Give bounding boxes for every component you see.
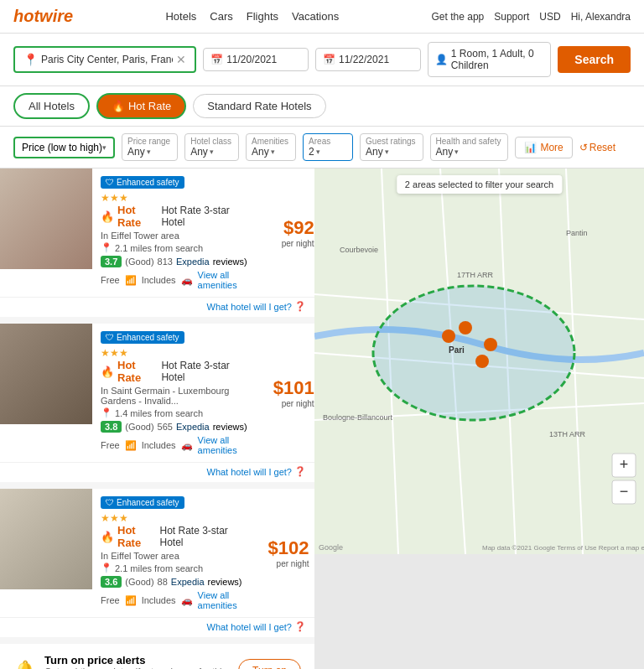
calendar-icon: 📅	[210, 54, 223, 65]
per-night-label: per night	[282, 399, 314, 408]
star-rating: ★★★	[101, 347, 247, 359]
header: hotwire Hotels Cars Flights Vacations Ge…	[0, 0, 644, 34]
svg-text:Pantin: Pantin	[566, 229, 588, 237]
review-count: 88	[158, 577, 168, 587]
what-hotel-link[interactable]: What hotel will I get? ❓	[0, 297, 314, 317]
wifi-icon: 📶	[125, 595, 137, 606]
star-rating: ★★★	[101, 192, 247, 204]
guest-ratings-label: Guest ratings	[366, 137, 415, 146]
hotel-details: 🛡 Enhanced safety ★★★ 🔥 Hot Rate Hot Rat…	[92, 324, 256, 462]
svg-text:−: −	[620, 483, 629, 500]
turn-on-alerts-button[interactable]: Turn on	[238, 659, 301, 670]
standard-rate-label: Standard Rate Hotels	[207, 100, 311, 112]
map-notice: 2 areas selected to filter your search	[397, 175, 562, 194]
hotel-area: In Eiffel Tower area	[101, 231, 247, 241]
location-field[interactable]: 📍 ✕	[13, 46, 196, 73]
price-section: $102 per night	[251, 489, 314, 617]
review-count: 813	[158, 257, 173, 267]
reset-filters-button[interactable]: ↺ Reset	[579, 142, 615, 153]
bell-icon: 🔔	[13, 660, 36, 670]
rating-badge: 3.8	[101, 421, 122, 433]
svg-point-9	[442, 329, 455, 343]
what-hotel-link[interactable]: What hotel will I get? ❓	[0, 617, 314, 637]
price-range-filter[interactable]: Price range Any ▾	[122, 133, 178, 161]
rating-label: (Good)	[125, 257, 153, 267]
currency-selector[interactable]: USD	[539, 11, 560, 23]
what-hotel-link[interactable]: What hotel will I get? ❓	[0, 462, 314, 482]
wifi-icon: 📶	[125, 440, 137, 451]
location-input[interactable]	[41, 54, 173, 65]
nav-flights[interactable]: Flights	[247, 10, 278, 23]
hotel-class-label: Hotel class	[190, 137, 231, 146]
tab-all-hotels[interactable]: All Hotels	[13, 93, 90, 119]
tab-hot-rate[interactable]: 🔥 Hot Rate	[96, 93, 186, 119]
health-safety-label: Health and safety	[436, 137, 501, 146]
areas-filter[interactable]: Areas 2 ▾	[303, 133, 353, 161]
guests-field[interactable]: 👤 1 Room, 1 Adult, 0 Children	[428, 42, 551, 77]
view-amenities-link[interactable]: View all amenities	[198, 590, 242, 610]
hotel-price: $102	[268, 537, 309, 559]
search-button[interactable]: Search	[558, 46, 631, 73]
more-filters-button[interactable]: 📊 More	[515, 137, 572, 158]
hotel-name: 🔥 Hot Rate Hot Rate 3-star Hotel	[101, 359, 247, 384]
tab-standard-rate[interactable]: Standard Rate Hotels	[193, 94, 325, 118]
svg-text:Boulogne-Billancourt: Boulogne-Billancourt	[323, 413, 393, 422]
price-section: $101 per night	[256, 324, 314, 462]
question-circle-icon: ❓	[294, 466, 306, 477]
hotel-image	[0, 489, 92, 589]
hotel-price: $92	[283, 217, 314, 239]
sort-dropdown[interactable]: Price (low to high) ▾	[13, 137, 115, 158]
parking-icon: 🚗	[181, 440, 193, 451]
amenities-value: Any ▾	[252, 146, 288, 158]
pin-icon: 📍	[101, 563, 112, 573]
enhanced-safety-badge: 🛡 Enhanced safety	[101, 331, 184, 344]
guest-ratings-value: Any ▾	[366, 146, 415, 158]
enhanced-safety-badge: 🛡 Enhanced safety	[101, 176, 184, 189]
clear-location-icon[interactable]: ✕	[176, 53, 186, 66]
pin-icon: 📍	[101, 242, 112, 253]
nav-cars[interactable]: Cars	[210, 10, 232, 23]
header-right: Get the app Support USD Hi, Alexandra	[432, 11, 631, 23]
rating-badge: 3.7	[101, 256, 122, 267]
hot-rate-flame-icon: 🔥	[101, 531, 114, 543]
amenities-filter[interactable]: Amenities Any ▾	[246, 133, 296, 161]
amenities-row: Free 📶 Includes 🚗 View all amenities	[101, 270, 247, 290]
nav-vacations[interactable]: Vacations	[292, 10, 339, 23]
filters-bar: Price (low to high) ▾ Price range Any ▾ …	[0, 127, 644, 169]
price-section: $92 per night	[256, 169, 314, 297]
user-menu[interactable]: Hi, Alexandra	[571, 11, 631, 23]
logo[interactable]: hotwire	[13, 7, 73, 26]
get-app-link[interactable]: Get the app	[432, 11, 485, 23]
results-list: 🛡 Enhanced safety ★★★ 🔥 Hot Rate Hot Rat…	[0, 169, 314, 669]
view-amenities-link[interactable]: View all amenities	[198, 435, 247, 455]
health-safety-filter[interactable]: Health and safety Any ▾	[430, 133, 509, 161]
rating-label: (Good)	[125, 577, 153, 587]
review-count: 565	[158, 422, 173, 432]
hot-rate-flame-icon: 🔥	[101, 366, 114, 378]
checkin-field[interactable]: 📅 11/20/2021	[203, 48, 309, 71]
guests-text: 1 Room, 1 Adult, 0 Children	[451, 48, 543, 71]
hotel-class-filter[interactable]: Hotel class Any ▾	[184, 133, 239, 161]
includes-label: Includes	[142, 275, 176, 285]
alert-title: Turn on price alerts	[44, 654, 238, 666]
includes-label: Includes	[142, 440, 176, 450]
view-amenities-link[interactable]: View all amenities	[198, 270, 247, 290]
free-label: Free	[101, 275, 120, 285]
guest-ratings-filter[interactable]: Guest ratings Any ▾	[360, 133, 423, 161]
support-link[interactable]: Support	[494, 11, 529, 23]
svg-text:Courbevoie: Courbevoie	[340, 246, 378, 254]
rating-row: 3.7 (Good) 813 Expedia reviews)	[101, 256, 247, 267]
checkout-field[interactable]: 📅 11/22/2021	[315, 48, 421, 71]
includes-label: Includes	[142, 595, 176, 605]
amenities-row: Free 📶 Includes 🚗 View all amenities	[101, 435, 247, 455]
hotel-card: 🛡 Enhanced safety ★★★ 🔥 Hot Rate Hot Rat…	[0, 324, 314, 482]
rating-badge: 3.6	[101, 576, 122, 588]
hotel-distance: 📍 2.1 miles from search	[101, 242, 247, 253]
hotel-card: 🛡 Enhanced safety ★★★ 🔥 Hot Rate Hot Rat…	[0, 489, 314, 637]
location-pin-icon: 📍	[23, 53, 38, 66]
hotel-price: $101	[273, 377, 314, 399]
reset-icon: ↺	[579, 142, 588, 153]
map-pane[interactable]: 2 areas selected to filter your search	[314, 169, 644, 669]
nav-hotels[interactable]: Hotels	[165, 10, 196, 23]
health-safety-value: Any ▾	[436, 146, 501, 158]
